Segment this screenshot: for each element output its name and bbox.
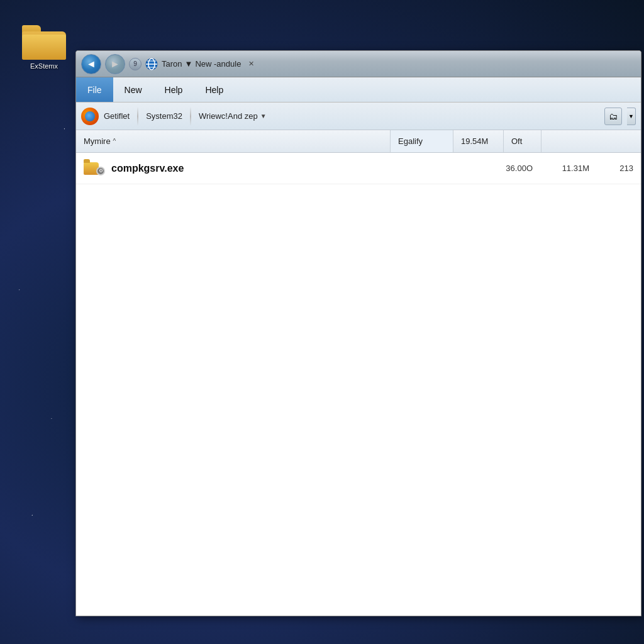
- recent-label: 9: [133, 60, 137, 67]
- toolbar-action-button[interactable]: 🗂: [604, 108, 622, 125]
- file-oft: 213: [596, 164, 633, 173]
- main-window: ◄ ► 9 Taron ▼ New -andule ✕ File: [75, 50, 641, 616]
- folder-icon: [22, 25, 66, 60]
- col-header-egalify[interactable]: Egalify: [391, 130, 453, 152]
- menu-file-label: File: [87, 85, 102, 95]
- dropdown-arrow-icon: ▼: [260, 113, 267, 119]
- toolbar-action-dropdown[interactable]: ▼: [627, 108, 636, 125]
- title-path-separator: ▼: [185, 59, 193, 69]
- browser-icon: [145, 58, 158, 70]
- toolbar-action-icon: 🗂: [609, 111, 618, 121]
- toolbar-action-dropdown-icon: ▼: [628, 113, 634, 119]
- col-size-label: 19.54M: [461, 136, 488, 146]
- table-row[interactable]: ⚙ compkgsrv.exe 36.00O 11.31M 213: [76, 153, 641, 184]
- menu-item-new[interactable]: New: [113, 77, 153, 102]
- desktop-icon-label: ExStemx: [30, 62, 58, 70]
- menu-help2-label: Help: [205, 85, 223, 95]
- file-list: ⚙ compkgsrv.exe 36.00O 11.31M 213: [76, 153, 641, 616]
- col-sort-icon: ^: [113, 138, 116, 145]
- file-content: Mymire ^ Egalify 19.54M Oft ⚙ compkgsrv.…: [76, 130, 641, 616]
- menu-item-file[interactable]: File: [76, 77, 113, 102]
- file-size: 11.31M: [539, 164, 589, 173]
- file-icon-group: ⚙: [84, 162, 105, 175]
- firefox-icon: [81, 108, 99, 125]
- column-header: Mymire ^ Egalify 19.54M Oft: [76, 130, 641, 153]
- forward-button[interactable]: ►: [105, 54, 125, 74]
- file-gear-badge-icon: ⚙: [96, 167, 105, 175]
- file-name: compkgsrv.exe: [111, 163, 464, 174]
- title-text: Taron ▼ New -andule ✕: [162, 59, 636, 69]
- back-arrow-icon: ◄: [86, 58, 96, 70]
- writewc-label: Wriewc!And zep: [199, 111, 258, 121]
- menu-item-help1[interactable]: Help: [153, 77, 194, 102]
- title-bar: ◄ ► 9 Taron ▼ New -andule ✕: [76, 51, 641, 77]
- col-name-label: Mymire: [84, 136, 111, 146]
- menu-item-help2[interactable]: Help: [194, 77, 235, 102]
- toolbar: Getiflet System32 Wriewc!And zep ▼ 🗂 ▼: [76, 103, 641, 130]
- col-egalify-label: Egalify: [398, 136, 423, 146]
- title-path-part1: Taron: [162, 59, 182, 69]
- toolbar-separator-2: [190, 107, 191, 126]
- toolbar-separator-1: [137, 107, 138, 126]
- close-tab-icon[interactable]: ✕: [248, 60, 254, 68]
- back-button[interactable]: ◄: [81, 54, 101, 74]
- recent-button[interactable]: 9: [129, 58, 142, 70]
- col-header-size[interactable]: 19.54M: [453, 130, 504, 152]
- col-header-name[interactable]: Mymire ^: [76, 130, 391, 152]
- menu-bar: File New Help Help: [76, 77, 641, 103]
- forward-arrow-icon: ►: [110, 58, 120, 70]
- menu-new-label: New: [125, 85, 142, 95]
- title-path-part2: New -andule: [195, 59, 241, 69]
- col-oft-label: Oft: [511, 136, 522, 146]
- file-egalify: 36.00O: [470, 164, 533, 173]
- col-header-oft[interactable]: Oft: [504, 130, 541, 152]
- system32-label: System32: [146, 111, 182, 121]
- menu-help1-label: Help: [165, 85, 183, 95]
- desktop-icon[interactable]: ExStemx: [19, 25, 69, 70]
- writewc-dropdown[interactable]: Wriewc!And zep ▼: [199, 111, 267, 121]
- getiflet-label: Getiflet: [104, 111, 130, 121]
